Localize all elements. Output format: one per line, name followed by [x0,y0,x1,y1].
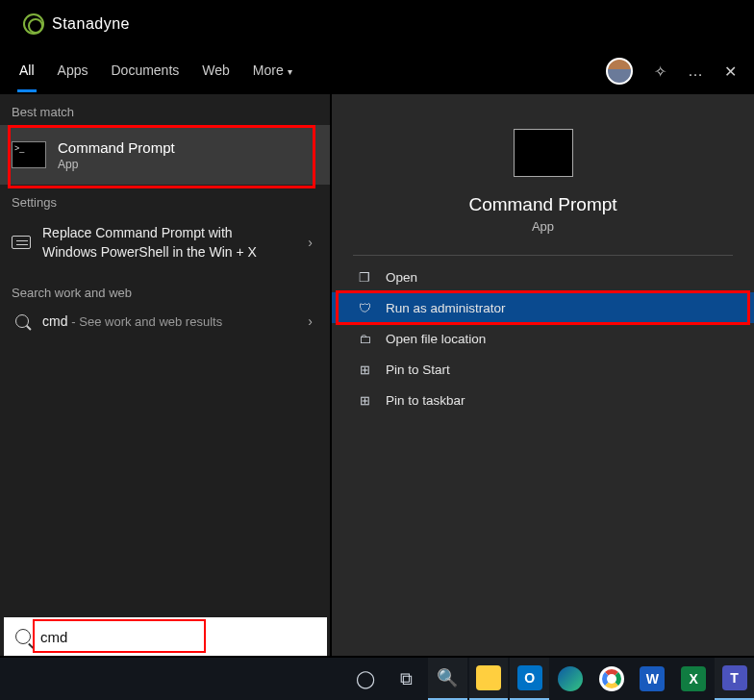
action-label: Pin to taskbar [386,393,465,408]
feedback-icon[interactable]: ✧ [654,62,666,81]
action-label: Open file location [386,332,486,346]
settings-item-text: Replace Command Prompt with Windows Powe… [42,223,273,262]
taskbar-teams[interactable]: T [715,658,754,700]
action-pin-taskbar[interactable]: ⊞ Pin to taskbar [336,385,750,415]
pin-icon: ⊞ [357,362,372,377]
action-label: Open [386,270,417,285]
tab-web[interactable]: Web [200,51,232,92]
search-bar[interactable] [4,617,327,656]
search-input[interactable] [40,629,327,645]
cmd-icon [12,141,46,168]
chevron-down-icon: ▾ [288,66,292,77]
taskbar-edge[interactable] [551,658,591,700]
taskbar-excel[interactable]: X [674,658,714,700]
task-view-button[interactable]: ⧉ [388,658,427,700]
taskbar: ◯ ⧉ 🔍 O W X T [0,658,754,700]
main-content: Best match Command Prompt App Settings R… [0,94,754,656]
filter-tabs: All Apps Documents Web More▾ [17,51,294,92]
search-filter-header: All Apps Documents Web More▾ ✧ … ✕ [0,48,754,94]
preview-title: Command Prompt [332,194,754,215]
action-run-admin[interactable]: 🛡 Run as administrator [332,292,754,323]
best-match-label: Best match [0,94,330,125]
web-query: cmd [42,313,67,329]
taskbar-search-button[interactable]: 🔍 [428,658,467,700]
results-pane: Best match Command Prompt App Settings R… [0,94,330,656]
preview-subtitle: App [332,219,754,234]
settings-result[interactable]: Replace Command Prompt with Windows Powe… [0,215,330,270]
search-icon [15,314,29,328]
action-open-location[interactable]: 🗀 Open file location [336,323,750,354]
tab-apps[interactable]: Apps [56,51,90,92]
shield-icon: 🛡 [357,301,372,315]
action-pin-start[interactable]: ⊞ Pin to Start [336,354,750,385]
brand-logo-icon [23,13,44,35]
web-result[interactable]: cmd - See work and web results › [0,306,330,337]
tab-all[interactable]: All [17,51,37,92]
tab-more-label: More [253,62,284,78]
cortana-button[interactable]: ◯ [346,658,386,700]
best-match-result[interactable]: Command Prompt App [0,125,330,185]
preview-app-icon [514,129,573,177]
action-label: Run as administrator [386,301,506,315]
taskbar-explorer[interactable] [469,658,509,700]
best-match-title: Command Prompt [58,139,175,156]
close-icon[interactable]: ✕ [724,62,737,81]
preview-pane: Command Prompt App ❐ Open 🛡 Run as admin… [330,94,754,656]
web-hint: - See work and web results [71,314,222,329]
taskbar-outlook[interactable]: O [510,658,549,700]
open-icon: ❐ [357,270,372,285]
best-match-subtitle: App [58,158,175,171]
action-open[interactable]: ❐ Open [336,262,750,292]
settings-item-icon [12,236,31,249]
pin-icon: ⊞ [357,393,372,408]
action-label: Pin to Start [386,362,450,377]
more-icon[interactable]: … [688,62,703,80]
chevron-right-icon: › [308,235,313,250]
divider [353,255,733,256]
taskbar-chrome[interactable] [592,658,632,700]
web-result-text: cmd - See work and web results [42,313,222,329]
chevron-right-icon: › [308,313,313,329]
folder-icon: 🗀 [357,332,372,346]
user-avatar[interactable] [606,58,633,85]
web-label: Search work and web [0,270,330,306]
tab-more[interactable]: More▾ [251,51,294,92]
taskbar-word[interactable]: W [633,658,672,700]
search-icon [15,629,31,644]
brand-text: Stanadyne [52,15,130,33]
tab-documents[interactable]: Documents [109,51,181,92]
brand-bar: Stanadyne [0,0,754,48]
settings-label: Settings [0,185,330,215]
